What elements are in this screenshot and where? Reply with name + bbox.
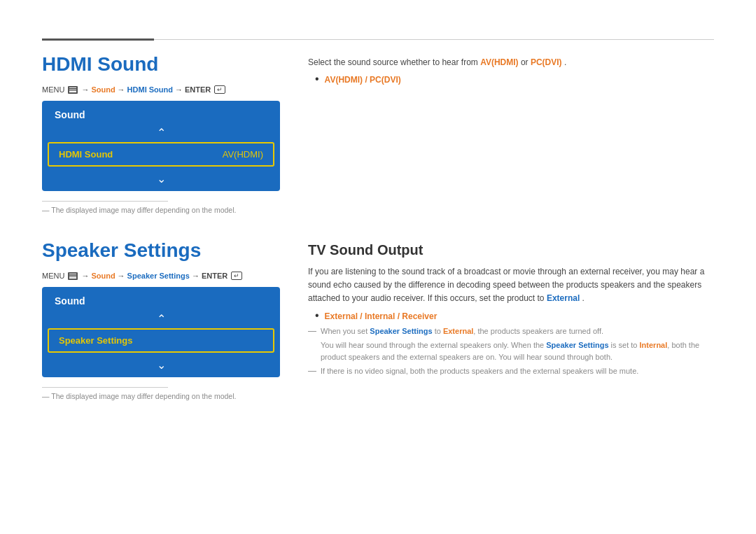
speaker-section: Speaker Settings MENU → Sound → Speaker … <box>42 239 714 400</box>
arrow-1: → <box>81 85 89 94</box>
tv-bullet-dot: • <box>315 310 319 321</box>
speaker-menu-label: MENU <box>42 272 64 280</box>
hdmi-sound-menu-box: Sound ⌃ HDMI Sound AV(HDMI) ⌄ <box>42 101 280 191</box>
tv-note3-dash: — <box>308 366 316 376</box>
speaker-divider <box>42 387 168 388</box>
rule-dark <box>42 38 154 41</box>
hdmi-chevron-down-icon: ⌄ <box>42 172 280 185</box>
tv-note1: — When you set Speaker Settings to Exter… <box>308 325 714 337</box>
hdmi-link-pc: PC(DVI) <box>531 57 562 67</box>
hdmi-link-av: AV(HDMI) <box>480 57 518 67</box>
speaker-chevron-up-icon: ⌃ <box>42 312 280 325</box>
sp-arrow-3: → <box>192 272 200 280</box>
page-container: HDMI Sound MENU → Sound → HDMI Sound → E… <box>0 38 756 534</box>
menu-label: MENU <box>42 85 64 94</box>
hdmi-desc-text: Select the sound source whether to hear … <box>308 57 478 67</box>
speaker-breadcrumb: MENU → Sound → Speaker Settings → ENTER … <box>42 272 280 280</box>
tv-desc-link: External <box>547 293 580 303</box>
hdmi-left-col: HDMI Sound MENU → Sound → HDMI Sound → E… <box>42 53 280 214</box>
hdmi-divider <box>42 201 168 202</box>
speaker-title: Speaker Settings <box>42 239 280 262</box>
hdmi-desc-end: . <box>564 57 566 67</box>
speaker-right-col: TV Sound Output If you are listening to … <box>308 239 714 400</box>
hdmi-breadcrumb: MENU → Sound → HDMI Sound → ENTER ↵ <box>42 85 280 94</box>
hdmi-right-col: Select the sound source whether to hear … <box>308 53 714 214</box>
crumb-sound: Sound <box>91 85 115 94</box>
hdmi-note: — The displayed image may differ dependi… <box>42 206 280 214</box>
tv-bullet-item: • External / Internal / Receiver <box>315 311 714 321</box>
speaker-sound-menu-header: Sound <box>42 287 280 312</box>
page-number: 110 <box>684 531 714 534</box>
hdmi-desc-mid: or <box>521 57 531 67</box>
speaker-sound-menu-box: Sound ⌃ Speaker Settings ⌄ <box>42 287 280 377</box>
hdmi-title: HDMI Sound <box>42 53 280 76</box>
tv-note2-orange: Internal <box>640 341 668 349</box>
rule-light <box>154 39 714 40</box>
tv-note3: — If there is no video signal, both the … <box>308 365 714 377</box>
sp-crumb-sound: Sound <box>91 272 115 280</box>
sp-crumb-enter: ENTER <box>202 272 227 280</box>
arrow-3: → <box>175 85 183 94</box>
tv-note2-bold: Speaker Settings <box>546 341 608 349</box>
sp-enter-icon: ↵ <box>231 272 242 280</box>
hdmi-desc: Select the sound source whether to hear … <box>308 56 714 69</box>
speaker-note-dash: — <box>42 392 51 400</box>
tv-desc-text: If you are listening to the sound track … <box>308 267 704 303</box>
sp-arrow-1: → <box>81 272 89 280</box>
tv-note2-text: You will hear sound through the external… <box>321 339 714 363</box>
tv-sound-title: TV Sound Output <box>308 242 714 258</box>
tv-note3-text: If there is no video signal, both the pr… <box>321 365 638 377</box>
speaker-menu-icon-box <box>68 272 78 280</box>
hdmi-sound-menu-item[interactable]: HDMI Sound AV(HDMI) <box>48 142 274 167</box>
hdmi-bullet-dot: • <box>315 73 319 85</box>
hdmi-item-value: AV(HDMI) <box>223 149 263 160</box>
hdmi-chevron-up-icon: ⌃ <box>42 126 280 139</box>
menu-icon-box <box>68 86 78 94</box>
tv-note1-text: When you set Speaker Settings to Externa… <box>321 325 603 337</box>
speaker-chevron-down-icon: ⌄ <box>42 358 280 372</box>
sp-crumb-settings: Speaker Settings <box>127 272 190 280</box>
tv-note1-dash: — <box>308 326 316 336</box>
speaker-menu-item[interactable]: Speaker Settings <box>48 328 274 353</box>
crumb-hdmi-sound: HDMI Sound <box>127 85 173 94</box>
speaker-note: — The displayed image may differ dependi… <box>42 392 280 400</box>
tv-desc-end: . <box>582 293 584 303</box>
tv-sound-desc: If you are listening to the sound track … <box>308 265 714 306</box>
hdmi-bullet-text: AV(HDMI) / PC(DVI) <box>325 75 401 85</box>
tv-bullet-text: External / Internal / Receiver <box>325 311 438 321</box>
hdmi-section: HDMI Sound MENU → Sound → HDMI Sound → E… <box>42 53 714 214</box>
hdmi-note-text: The displayed image may differ depending… <box>51 206 236 214</box>
hdmi-item-label: HDMI Sound <box>59 149 113 160</box>
sp-arrow-2: → <box>118 272 125 280</box>
hdmi-sound-menu-header: Sound <box>42 101 280 126</box>
hdmi-bullet-item: • AV(HDMI) / PC(DVI) <box>315 75 714 85</box>
tv-note2: — You will hear sound through the extern… <box>308 339 714 363</box>
top-rule <box>42 38 714 41</box>
speaker-note-text: The displayed image may differ depending… <box>51 392 236 400</box>
arrow-2: → <box>118 85 125 94</box>
hdmi-note-dash: — <box>42 206 51 214</box>
speaker-left-col: Speaker Settings MENU → Sound → Speaker … <box>42 239 280 400</box>
tv-note1-bold: Speaker Settings <box>370 327 432 335</box>
enter-icon: ↵ <box>214 85 225 94</box>
tv-note1-orange: External <box>443 327 473 335</box>
speaker-item-label: Speaker Settings <box>59 335 133 346</box>
crumb-enter: ENTER <box>185 85 211 94</box>
